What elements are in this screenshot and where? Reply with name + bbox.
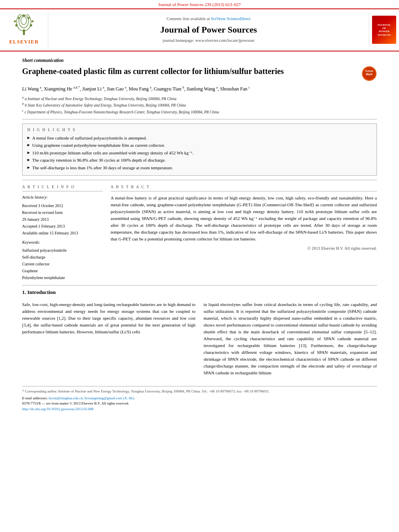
journal-homepage: journal homepage: www.elsevier.com/locat…	[162, 38, 255, 44]
abstract-col: A B S T R A C T A metal-free battery is …	[111, 184, 377, 281]
abstract-text: A metal-free battery is of great practic…	[111, 195, 377, 242]
sciverse-line: Contents lists available at SciVerse Sci…	[167, 16, 250, 22]
journal-title: Journal of Power Sources	[160, 24, 257, 36]
intro-text-left: Safe, low-cost, high-energy-density and …	[22, 301, 195, 335]
divider-2	[22, 180, 377, 180]
history-item-2: 29 January 2013	[22, 216, 103, 223]
email-footnote: E-mail addresses: hexm@tsinghua.edu.cn, …	[22, 396, 377, 401]
crossmark-icon: Cross Mark	[362, 66, 377, 81]
abstract-title: A B S T R A C T	[111, 184, 377, 191]
keyword-4: Polyethylene terephthalate	[22, 274, 103, 281]
svg-point-7	[32, 21, 34, 23]
sciverse-link[interactable]: SciVerse ScienceDirect	[211, 16, 250, 21]
highlights-title: H I G H L I G H T S	[27, 127, 372, 133]
intro-col-right: in liquid electrolytes suffer from criti…	[204, 301, 377, 379]
affiliation-a: a a Institute of Nuclear and New Energy …	[22, 95, 377, 102]
keywords-label: Keywords:	[22, 240, 103, 246]
authors-line: Li Wang a, Xiangming He a,b,*, Jianjun L…	[22, 85, 377, 93]
svg-text:Cross: Cross	[365, 70, 373, 72]
article-history-items: Received 3 October 2012 Received in revi…	[22, 202, 103, 236]
highlight-item-2: Using graphene coated polyethylene terep…	[27, 142, 372, 148]
keyword-1: Self-discharge	[22, 254, 103, 261]
history-item-0: Received 3 October 2012	[22, 202, 103, 209]
history-item-3: Accepted 1 February 2013	[22, 223, 103, 230]
intro-two-col: Safe, low-cost, high-energy-density and …	[22, 301, 377, 379]
svg-text:Mark: Mark	[366, 73, 372, 76]
svg-point-4	[15, 24, 18, 27]
journal-citation: Journal of Power Sources 239 (2013) 623–…	[158, 2, 241, 7]
journal-header: ELSEVIER Contents lists available at Sci…	[0, 9, 399, 51]
article-type-label: Short communication	[22, 57, 377, 64]
keyword-2: Current collector	[22, 261, 103, 267]
email-links[interactable]: hexm@tsinghua.edu.cn, hexiangming@gmail.…	[49, 396, 135, 400]
keyword-3: Graphene	[22, 267, 103, 274]
svg-point-6	[14, 21, 16, 23]
article-history-label: Article history:	[22, 195, 103, 201]
footer: * Corresponding author. Institute of Nuc…	[22, 386, 377, 412]
footnote-star: * Corresponding author. Institute of Nuc…	[22, 389, 377, 394]
article-info-abstract-section: A R T I C L E I N F O Article history: R…	[22, 184, 377, 281]
crossmark-badge: Cross Mark	[362, 66, 376, 81]
affiliation-c: c c Department of Physics, Tsinghua-Foxc…	[22, 109, 377, 115]
paper-title: Graphene-coated plastic film as current …	[22, 66, 357, 76]
elsevier-brand: ELSEVIER	[9, 38, 39, 45]
highlight-item-3: 110 mAh prototype lithium sulfur cells a…	[27, 150, 372, 156]
intro-heading: 1. Introduction	[22, 289, 377, 296]
affiliation-b: b b State Key Laboratory of Automotive S…	[22, 102, 377, 108]
highlight-item-1: A metal free cathode of sulfurized polya…	[27, 135, 372, 141]
content-area: Short communication Graphene-coated plas…	[0, 57, 399, 412]
highlights-section: H I G H L I G H T S A metal free cathode…	[22, 123, 377, 176]
intro-col-left: Safe, low-cost, high-energy-density and …	[22, 301, 195, 379]
svg-point-10	[23, 14, 25, 17]
issn-line: 0378-7753/$ — see front matter © 2013 El…	[22, 401, 377, 407]
doi-line: http://dx.doi.org/10.1016/j.jpowsour.201…	[22, 407, 377, 412]
keyword-0: Sulfurized polyacrylonitrile	[22, 247, 103, 254]
paper-title-row: Graphene-coated plastic film as current …	[22, 66, 377, 81]
doi-link[interactable]: http://dx.doi.org/10.1016/j.jpowsour.201…	[22, 407, 94, 411]
divider-1	[22, 119, 377, 119]
elsevier-logo: ELSEVIER	[0, 12, 48, 47]
journal-logo-text: JOURNALOFPOWERSOURCES	[377, 23, 391, 37]
journal-center-info: Contents lists available at SciVerse Sci…	[48, 12, 369, 47]
elsevier-tree-icon	[11, 14, 37, 37]
svg-point-9	[28, 17, 30, 19]
history-item-1: Received in revised form	[22, 209, 103, 216]
svg-point-8	[18, 17, 20, 19]
history-item-4: Available online 15 February 2013	[22, 230, 103, 236]
copyright-line: © 2013 Elsevier B.V. All rights reserved…	[111, 246, 377, 252]
journal-logo-box: JOURNALOFPOWERSOURCES	[372, 16, 396, 44]
affiliations: a a Institute of Nuclear and New Energy …	[22, 95, 377, 115]
svg-point-5	[30, 24, 32, 27]
keywords-list: Sulfurized polyacrylonitrile Self-discha…	[22, 247, 103, 281]
top-journal-bar: Journal of Power Sources 239 (2013) 623–…	[0, 0, 399, 9]
svg-point-3	[21, 16, 27, 25]
highlight-item-4: The capacity retention is 96.8% after 30…	[27, 157, 372, 163]
divider-3	[22, 285, 377, 286]
journal-logo-right: JOURNALOFPOWERSOURCES	[369, 12, 399, 47]
article-info-col: A R T I C L E I N F O Article history: R…	[22, 184, 103, 281]
highlight-item-5: The self-discharge is less than 1% after…	[27, 165, 372, 171]
intro-text-right: in liquid electrolytes suffer from criti…	[204, 301, 377, 377]
svg-rect-0	[23, 29, 25, 35]
article-info-title: A R T I C L E I N F O	[22, 184, 103, 191]
